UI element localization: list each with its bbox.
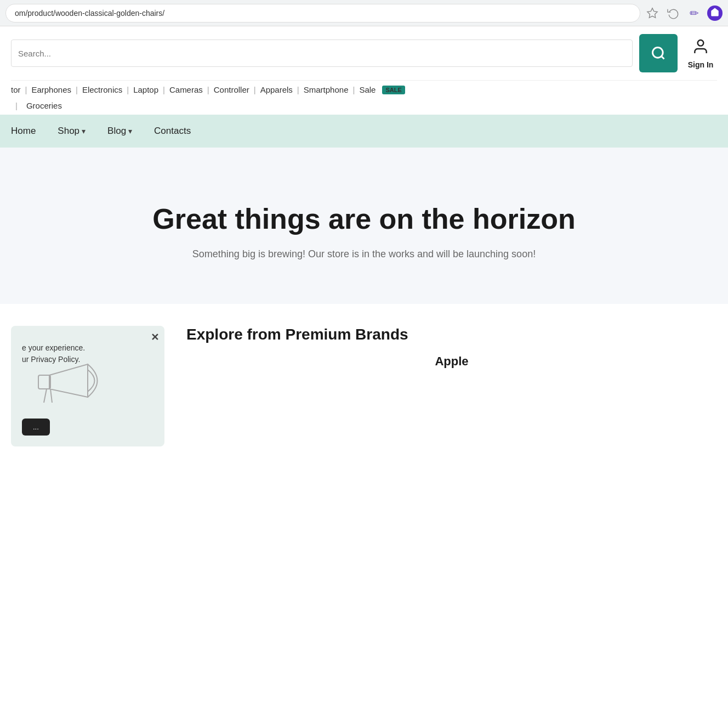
brands-section: ✕ e your experience. ur Privacy Policy. …	[0, 304, 728, 468]
cat-item-tor[interactable]: tor	[11, 85, 21, 94]
svg-line-2	[661, 56, 664, 59]
svg-marker-4	[49, 364, 88, 397]
sale-badge: SALE	[382, 86, 405, 94]
brands-content: Explore from Premium Brands Apple	[186, 326, 717, 446]
cat-sep-6: |	[254, 85, 256, 94]
nav-blog[interactable]: Blog ▾	[107, 115, 132, 148]
cat-item-cameras[interactable]: Cameras	[169, 85, 203, 94]
cat-label-earphones: Earphones	[31, 85, 71, 94]
cat-item-controller[interactable]: Controller	[214, 85, 249, 94]
extension-badge[interactable]: 14	[707, 5, 723, 21]
cat-item-laptop[interactable]: Laptop	[133, 85, 158, 94]
nav-blog-arrow: ▾	[128, 127, 132, 135]
cat-label-tor: tor	[11, 85, 21, 94]
hero-title: Great things are on the horizon	[22, 202, 706, 235]
hero-subtitle: Something big is brewing! Our store is i…	[22, 248, 706, 260]
browser-bar: om/product/wooden-classical-golden-chair…	[0, 0, 728, 26]
nav-shop-label: Shop	[58, 126, 79, 137]
svg-line-7	[50, 389, 52, 403]
cat-item-apparels[interactable]: Apparels	[260, 85, 293, 94]
megaphone-illustration	[16, 353, 126, 419]
browser-icons: ✏ 14	[645, 5, 723, 21]
svg-point-1	[653, 48, 663, 58]
cat-label-smartphone: Smartphone	[304, 85, 349, 94]
category-nav: tor | Earphones | Electronics | Laptop |…	[11, 80, 717, 99]
cat-sep-7: |	[297, 85, 299, 94]
cat-sep-row2: |	[15, 101, 18, 110]
url-text: om/product/wooden-classical-golden-chair…	[15, 9, 164, 18]
nav-shop[interactable]: Shop ▾	[58, 115, 86, 148]
cat-label-sale: Sale	[359, 85, 376, 94]
cat-item-electronics[interactable]: Electronics	[82, 85, 122, 94]
nav-home[interactable]: Home	[11, 115, 36, 148]
cat-label-laptop: Laptop	[133, 85, 158, 94]
cat-sep-1: |	[25, 85, 27, 94]
cat-item-earphones[interactable]: Earphones	[31, 85, 71, 94]
brand-name-apple: Apple	[186, 354, 717, 369]
user-icon	[692, 38, 709, 59]
popup-text-line1: e your experience.	[22, 342, 153, 354]
svg-marker-0	[647, 8, 657, 17]
popup-card: ✕ e your experience. ur Privacy Policy. …	[11, 326, 164, 446]
cat-label-groceries: Groceries	[26, 101, 62, 110]
cat-sep-2: |	[76, 85, 78, 94]
brands-title: Explore from Premium Brands	[186, 326, 717, 343]
pen-icon[interactable]: ✏	[686, 5, 702, 21]
cat-row2: | Groceries	[11, 99, 717, 115]
cat-sep-8: |	[352, 85, 355, 94]
cat-sep-5: |	[207, 85, 209, 94]
main-nav: Home Shop ▾ Blog ▾ Contacts	[0, 115, 728, 148]
popup-accept-button[interactable]: ...	[22, 419, 50, 436]
cat-sep-3: |	[127, 85, 129, 94]
nav-home-label: Home	[11, 126, 36, 137]
star-icon[interactable]	[645, 5, 660, 21]
cat-item-sale[interactable]: Sale SALE	[359, 85, 405, 94]
cat-label-controller: Controller	[214, 85, 249, 94]
svg-rect-5	[38, 375, 50, 389]
cat-label-cameras: Cameras	[169, 85, 203, 94]
cat-label-electronics: Electronics	[82, 85, 122, 94]
search-button[interactable]	[639, 34, 678, 72]
hero-section: Great things are on the horizon Somethin…	[0, 148, 728, 304]
site-header: Sign In tor | Earphones | Electronics | …	[0, 26, 728, 115]
user-area[interactable]: Sign In	[684, 38, 717, 69]
nav-blog-label: Blog	[107, 126, 126, 137]
svg-line-6	[44, 389, 47, 403]
popup-button-label: ...	[33, 423, 39, 431]
cat-item-groceries[interactable]: Groceries	[26, 101, 62, 110]
nav-shop-arrow: ▾	[82, 127, 86, 135]
sign-in-label: Sign In	[688, 60, 714, 69]
search-input[interactable]	[18, 49, 625, 58]
url-bar[interactable]: om/product/wooden-classical-golden-chair…	[5, 4, 640, 22]
cat-label-apparels: Apparels	[260, 85, 293, 94]
nav-contacts[interactable]: Contacts	[154, 115, 191, 148]
cat-sep-4: |	[163, 85, 165, 94]
nav-contacts-label: Contacts	[154, 126, 191, 137]
cat-item-smartphone[interactable]: Smartphone	[304, 85, 349, 94]
recycle-icon[interactable]	[666, 5, 681, 21]
search-input-wrap[interactable]	[11, 39, 633, 67]
svg-point-3	[698, 40, 704, 46]
search-row: Sign In	[11, 26, 717, 80]
popup-close-button[interactable]: ✕	[151, 331, 159, 343]
badge-number: 14	[712, 10, 718, 16]
